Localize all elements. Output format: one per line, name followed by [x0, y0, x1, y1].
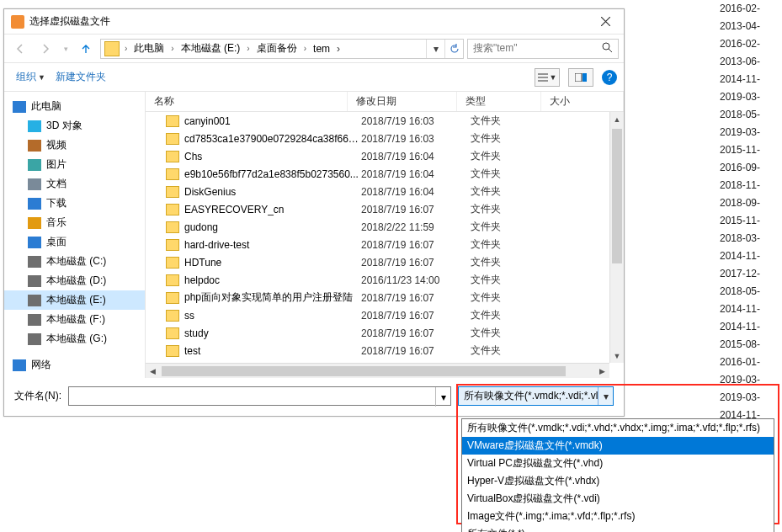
refresh-button[interactable]: [444, 40, 463, 58]
col-name[interactable]: 名称: [146, 92, 348, 111]
sidebar: 此电脑 3D 对象视频图片文档下载音乐桌面本地磁盘 (C:)本地磁盘 (D:)本…: [4, 92, 146, 378]
doc-icon: [28, 178, 41, 190]
folder-icon: [166, 257, 179, 269]
filter-option[interactable]: Hyper-V虚拟磁盘文件(*.vhdx): [462, 472, 774, 490]
chevron-right-icon: ›: [245, 44, 251, 53]
filter-option[interactable]: Virtual PC虚拟磁盘文件(*.vhd): [462, 455, 774, 472]
file-row[interactable]: HDTune2018/7/19 16:07文件夹: [146, 253, 624, 271]
col-size[interactable]: 大小: [541, 92, 624, 111]
sidebar-item[interactable]: 本地磁盘 (F:): [4, 310, 145, 329]
filename-input[interactable]: ▾: [68, 386, 451, 406]
crumb-folder-1[interactable]: 桌面备份: [253, 40, 301, 57]
sidebar-item[interactable]: 视频: [4, 136, 145, 155]
footer: 文件名(N): ▾ 所有映像文件(*.vmdk;*.vdi;*.vl ▾: [4, 378, 624, 416]
file-name: test: [184, 345, 361, 357]
bg-date: 2014-11-: [720, 318, 779, 336]
sidebar-item-label: 音乐: [46, 215, 66, 230]
back-button[interactable]: [9, 38, 31, 60]
filename-history-dropdown[interactable]: ▾: [435, 387, 450, 407]
file-name: canyin001: [184, 115, 361, 127]
sidebar-item[interactable]: 下载: [4, 194, 145, 213]
file-row[interactable]: EASYRECOVERY_cn2018/7/19 16:07文件夹: [146, 200, 624, 218]
search-placeholder: 搜索"tem": [473, 41, 518, 56]
forward-button[interactable]: [35, 38, 56, 60]
col-type[interactable]: 类型: [457, 92, 541, 111]
crumb-folder-2[interactable]: tem: [310, 41, 333, 56]
view-mode-button[interactable]: ▼: [535, 68, 560, 87]
sidebar-item[interactable]: 文档: [4, 174, 145, 194]
filter-option[interactable]: Image文件(*.img;*.ima;*.vfd;*.flp;*.rfs): [462, 508, 774, 525]
search-box[interactable]: 搜索"tem": [467, 39, 619, 59]
file-name: EASYRECOVERY_cn: [184, 204, 361, 215]
preview-pane-button[interactable]: [568, 68, 593, 87]
desk-icon: [28, 237, 41, 248]
up-button[interactable]: [75, 38, 97, 60]
crumb-drive[interactable]: 本地磁盘 (E:): [178, 40, 244, 57]
filter-dropdown-button[interactable]: ▾: [598, 387, 613, 405]
file-type: 文件夹: [471, 255, 555, 269]
scroll-thumb-h[interactable]: [162, 366, 566, 376]
scroll-thumb[interactable]: [612, 129, 622, 263]
sidebar-item[interactable]: 桌面: [4, 232, 145, 252]
address-bar[interactable]: › 此电脑 › 本地磁盘 (E:) › 桌面备份 › tem › ▾: [100, 39, 464, 59]
svg-point-0: [603, 43, 609, 50]
file-date: 2018/7/19 16:07: [361, 204, 471, 215]
address-dropdown[interactable]: ▾: [426, 40, 444, 58]
scroll-left-icon[interactable]: ◀: [146, 364, 160, 378]
sidebar-item[interactable]: 本地磁盘 (G:): [4, 329, 145, 348]
scroll-down-icon[interactable]: ▼: [610, 348, 624, 363]
folder-icon: [166, 221, 179, 233]
col-date[interactable]: 修改日期: [348, 92, 457, 111]
sidebar-item[interactable]: 本地磁盘 (D:): [4, 271, 145, 290]
file-row[interactable]: helpdoc2016/11/23 14:00文件夹: [146, 271, 624, 289]
scroll-up-icon[interactable]: ▲: [610, 112, 624, 126]
file-row[interactable]: hard-drive-test2018/7/19 16:07文件夹: [146, 236, 624, 253]
file-row[interactable]: canyin0012018/7/19 16:03文件夹: [146, 112, 624, 130]
file-row[interactable]: php面向对象实现简单的用户注册登陆2018/7/19 16:07文件夹: [146, 289, 624, 306]
close-button[interactable]: [587, 9, 624, 35]
file-row[interactable]: study2018/7/19 16:07文件夹: [146, 324, 624, 342]
filter-selected-text: 所有映像文件(*.vmdk;*.vdi;*.vl: [459, 389, 598, 403]
sidebar-item[interactable]: 图片: [4, 155, 145, 174]
filter-option[interactable]: VMware虚拟磁盘文件(*.vmdk): [462, 437, 774, 455]
file-row[interactable]: ss2018/7/19 16:07文件夹: [146, 306, 624, 324]
recent-dropdown[interactable]: ▾: [60, 38, 72, 60]
sidebar-item[interactable]: 本地磁盘 (E:): [4, 290, 145, 310]
file-row[interactable]: cd7853ca1e37900e0729284ca38f669...2018/7…: [146, 130, 624, 147]
breadcrumb: › 此电脑 › 本地磁盘 (E:) › 桌面备份 › tem ›: [120, 40, 342, 57]
file-type: 文件夹: [471, 308, 555, 322]
file-row[interactable]: test2018/7/19 16:07文件夹: [146, 342, 624, 359]
file-row[interactable]: gudong2018/2/22 11:59文件夹: [146, 218, 624, 236]
organize-menu[interactable]: 组织▼: [11, 66, 51, 88]
filter-option[interactable]: 所有文件(*.*): [462, 525, 774, 532]
filter-option[interactable]: 所有映像文件(*.vmdk;*.vdi;*.vhd;*.vhdx;*.img;*…: [462, 419, 774, 437]
sidebar-this-pc[interactable]: 此电脑: [4, 97, 145, 116]
file-name: e9b10e56fbf77d2a1e838f5b0273560...: [184, 168, 361, 180]
crumb-pc[interactable]: 此电脑: [130, 40, 168, 57]
file-row[interactable]: e9b10e56fbf77d2a1e838f5b0273560...2018/7…: [146, 165, 624, 183]
file-name: DiskGenius: [184, 186, 361, 198]
file-row[interactable]: Chs2018/7/19 16:04文件夹: [146, 147, 624, 165]
file-type-filter[interactable]: 所有映像文件(*.vmdk;*.vdi;*.vl ▾: [458, 386, 614, 406]
folder-icon: [166, 292, 179, 304]
chevron-right-icon[interactable]: ›: [335, 43, 342, 55]
file-name: hard-drive-test: [184, 239, 361, 251]
bg-date: 2018-11-: [720, 177, 779, 194]
file-type: 文件夹: [471, 167, 555, 181]
bg-date: 2018-05-: [720, 283, 779, 301]
sidebar-item[interactable]: 本地磁盘 (C:): [4, 252, 145, 271]
scroll-right-icon[interactable]: ▶: [595, 364, 609, 378]
new-folder-button[interactable]: 新建文件夹: [51, 66, 111, 88]
sidebar-item-label: 本地磁盘 (D:): [46, 274, 106, 288]
sidebar-item[interactable]: 3D 对象: [4, 116, 145, 136]
vertical-scrollbar[interactable]: ▲ ▼: [609, 112, 624, 363]
filter-option[interactable]: VirtualBox虚拟磁盘文件(*.vdi): [462, 490, 774, 508]
help-button[interactable]: ?: [602, 70, 617, 85]
sidebar-network[interactable]: 网络: [4, 355, 145, 375]
drv-icon: [28, 256, 41, 268]
sidebar-item[interactable]: 音乐: [4, 213, 145, 232]
file-row[interactable]: DiskGenius2018/7/19 16:04文件夹: [146, 183, 624, 200]
drv-icon: [28, 314, 41, 326]
horizontal-scrollbar[interactable]: ◀ ▶: [146, 363, 609, 378]
file-name: cd7853ca1e37900e0729284ca38f669...: [184, 133, 361, 145]
